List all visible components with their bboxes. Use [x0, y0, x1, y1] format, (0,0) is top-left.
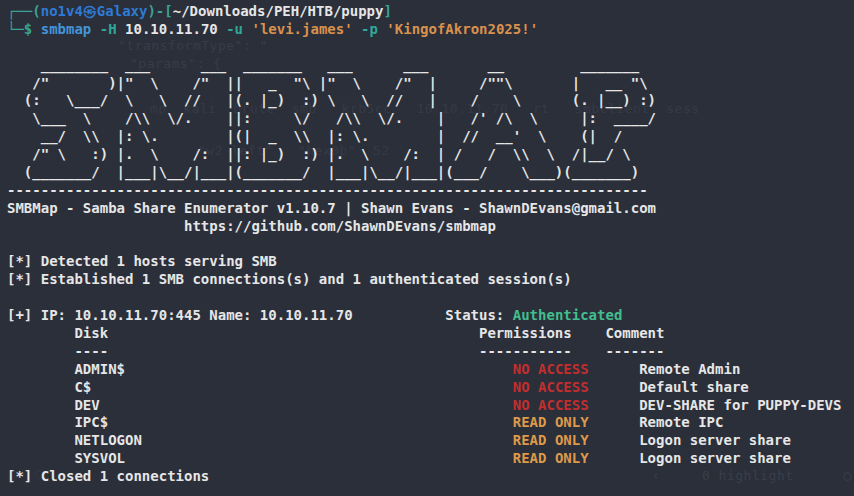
- banner-row-2: /" )|" \ /" || _ "\ |" \ /" | /""\ | __ …: [7, 75, 854, 93]
- detected-hosts-seg: [*] Detected 1 hosts serving SMB: [7, 253, 277, 269]
- share-row-sysvol: SYSVOL READ ONLY Logon server share: [7, 450, 854, 468]
- prompt-line-2-command-seg: [91, 21, 99, 37]
- table-header-underline-seg: ---- ----------- -------: [7, 343, 664, 359]
- share-row-ipc-seg: Remote IPC: [639, 414, 723, 430]
- table-header-underline: ---- ----------- -------: [7, 343, 854, 361]
- banner-row-3: (: \___/ \ \ // |(. |_) :) \ \ // | / \ …: [7, 92, 854, 110]
- banner-row-4-seg: \___ \ /\\ \/. ||: \/ /\\ \/. | /' /\ \ …: [7, 110, 656, 126]
- share-row-admin-seg: NO ACCESS: [513, 361, 639, 377]
- terminal-screen[interactable]: ┌──(no1v4㉿Galaxy)-[~/Downloads/PEH/HTB/p…: [0, 0, 854, 496]
- prompt-line-2-command-seg: 'levi.james': [251, 21, 352, 37]
- share-row-admin-seg: ADMIN$: [7, 361, 513, 377]
- closed-connections-seg: [*] Closed 1 connections: [7, 468, 209, 484]
- share-row-ipc-seg: READ ONLY: [513, 414, 639, 430]
- banner-row-2-seg: /" )|" \ /" || _ "\ |" \ /" | /""\ | __ …: [7, 75, 648, 91]
- prompt-line-2-command-seg: -H: [100, 21, 117, 37]
- share-row-dev: DEV NO ACCESS DEV-SHARE for PUPPY-DEVS: [7, 397, 854, 415]
- banner-row-4: \___ \ /\\ \/. ||: \/ /\\ \/. | /' /\ \ …: [7, 110, 854, 128]
- host-status-line-seg: Authenticated: [513, 307, 623, 323]
- share-row-netlogon: NETLOGON READ ONLY Logon server share: [7, 432, 854, 450]
- prompt-line-2-command-seg: -u: [226, 21, 243, 37]
- github-url-seg: https://github.com/ShawnDEvans/smbmap: [7, 218, 496, 234]
- banner-row-6-seg: /" \ :) |. \ /: ||: |_) :) |. \ /: | / /…: [7, 146, 631, 162]
- banner-row-1: ________ ___ ___ _______ ___ ___ __ ____…: [7, 57, 854, 75]
- prompt-line-2-command: └─$ smbmap -H 10.10.11.70 -u 'levi.james…: [7, 21, 854, 39]
- share-row-ipc: IPC$ READ ONLY Remote IPC: [7, 414, 854, 432]
- share-row-dev-seg: NO ACCESS: [513, 397, 639, 413]
- share-row-admin: ADMIN$ NO ACCESS Remote Admin: [7, 361, 854, 379]
- version-line: SMBMap - Samba Share Enumerator v1.10.7 …: [7, 200, 854, 218]
- version-line-seg: SMBMap - Samba Share Enumerator v1.10.7 …: [7, 200, 656, 216]
- banner-row-7: (_______/ |___|\__/|___|(_______/ |___|\…: [7, 164, 854, 182]
- banner-row-5: __/ \\ |: \. |(| _ \\ |: \. | // __' \ (…: [7, 128, 854, 146]
- share-row-netlogon-seg: READ ONLY: [513, 432, 639, 448]
- share-row-c-seg: C$: [7, 379, 513, 395]
- banner-row-5-seg: __/ \\ |: \. |(| _ \\ |: \. | // __' \ (…: [7, 128, 622, 144]
- share-row-dev-seg: DEV: [7, 397, 513, 413]
- prompt-line-2-command-seg: [353, 21, 361, 37]
- banner-row-1-seg: ________ ___ ___ _______ ___ ___ __ ____…: [7, 57, 639, 73]
- prompt-line-1-seg: ]: [383, 3, 391, 19]
- share-row-sysvol-seg: READ ONLY: [513, 450, 639, 466]
- prompt-line-1: ┌──(no1v4㉿Galaxy)-[~/Downloads/PEH/HTB/p…: [7, 3, 854, 21]
- prompt-line-2-command-seg: 'KingofAkron2025!': [386, 21, 538, 37]
- divider-seg: ----------------------------------------…: [7, 182, 648, 198]
- table-header-seg: Disk Permissions Comment: [7, 325, 664, 341]
- share-row-c-seg: NO ACCESS: [513, 379, 639, 395]
- divider: ----------------------------------------…: [7, 182, 854, 200]
- share-row-c-seg: Default share: [639, 379, 749, 395]
- blank-2: [7, 236, 854, 254]
- prompt-line-2-command-seg: └─$: [7, 21, 41, 37]
- prompt-line-1-seg: ~/Downloads/PEH/HTB/puppy: [173, 3, 384, 19]
- share-row-admin-seg: Remote Admin: [639, 361, 740, 377]
- blank-1: [7, 39, 854, 57]
- share-row-c: C$ NO ACCESS Default share: [7, 379, 854, 397]
- established-sessions: [*] Established 1 SMB connections(s) and…: [7, 271, 854, 289]
- share-row-dev-seg: DEV-SHARE for PUPPY-DEVS: [639, 397, 841, 413]
- share-row-sysvol-seg: Logon server share: [639, 450, 791, 466]
- share-row-ipc-seg: IPC$: [7, 414, 513, 430]
- blank-3: [7, 289, 854, 307]
- prompt-line-2-command-seg: 10.10.11.70: [117, 21, 227, 37]
- banner-row-6: /" \ :) |. \ /: ||: |_) :) |. \ /: | / /…: [7, 146, 854, 164]
- host-status-line: [+] IP: 10.10.11.70:445 Name: 10.10.11.7…: [7, 307, 854, 325]
- prompt-line-1-seg: no1v4㉿Galaxy: [41, 3, 148, 19]
- detected-hosts: [*] Detected 1 hosts serving SMB: [7, 253, 854, 271]
- prompt-line-1-seg: )-[: [147, 3, 172, 19]
- host-status-line-seg: [+] IP: 10.10.11.70:445 Name: 10.10.11.7…: [7, 307, 513, 323]
- share-row-sysvol-seg: SYSVOL: [7, 450, 513, 466]
- closed-connections: [*] Closed 1 connections: [7, 468, 854, 486]
- banner-row-3-seg: (: \___/ \ \ // |(. |_) :) \ \ // | / \ …: [7, 92, 656, 108]
- banner-row-7-seg: (_______/ |___|\__/|___|(_______/ |___|\…: [7, 164, 639, 180]
- github-url: https://github.com/ShawnDEvans/smbmap: [7, 218, 854, 236]
- prompt-line-2-command-seg: -p: [361, 21, 378, 37]
- share-row-netlogon-seg: Logon server share: [639, 432, 791, 448]
- table-header: Disk Permissions Comment: [7, 325, 854, 343]
- established-sessions-seg: [*] Established 1 SMB connections(s) and…: [7, 271, 572, 287]
- prompt-line-2-command-seg: smbmap: [41, 21, 92, 37]
- prompt-line-1-seg: ┌──(: [7, 3, 41, 19]
- share-row-netlogon-seg: NETLOGON: [7, 432, 513, 448]
